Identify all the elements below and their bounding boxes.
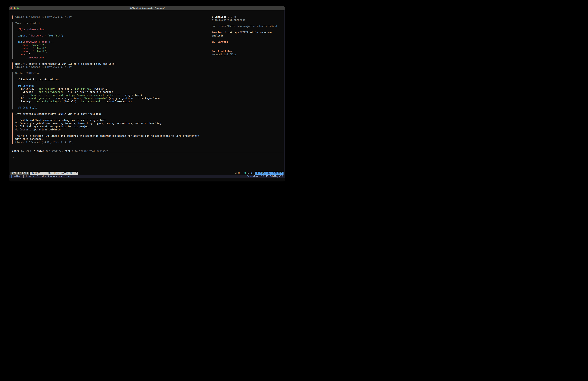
- text-line: Claude 3.7 Sonnet (14 May 2025 03:41 PM): [15, 66, 199, 69]
- text-line: [15, 116, 199, 119]
- text-line: [15, 81, 199, 84]
- info-diagnostic-count: 0: [244, 172, 246, 175]
- warn-diagnostic-icon: ⓦ: [235, 172, 237, 175]
- minimize-button[interactable]: [14, 7, 16, 9]
- hint-diagnostic-count: 0: [251, 172, 252, 175]
- text-line: ...process.env,: [15, 56, 199, 59]
- prompt-symbol: >: [12, 156, 14, 159]
- text-line: - Build/Dev: `bun run dev` (project), `b…: [15, 88, 199, 90]
- tokens-cost-chip: Tokens: 16.4K (8%), Cost: $0.12: [30, 172, 78, 175]
- status-bar: ctrl+? help Tokens: 16.4K (8%), Cost: $0…: [10, 172, 284, 175]
- app-name: OpenCode: [215, 16, 226, 18]
- close-button[interactable]: [10, 7, 12, 9]
- window-titlebar[interactable]: [2/3] radiant:3:opencode - "romulus": [9, 6, 285, 10]
- terminal-content: Claude 3.7 Sonnet (14 May 2025 03:41 PM)…: [9, 10, 285, 181]
- text-line: [15, 103, 199, 106]
- tool-block: View: script/db.ts #!/usr/bin/env bun im…: [12, 22, 199, 59]
- input-divider: [12, 153, 284, 153]
- repo-link: github.com/sst/opencode: [212, 19, 277, 22]
- help-shortcut-chip: ctrl+? help: [10, 172, 29, 175]
- session-text: : Creating CONTEXT.md for codebase: [222, 31, 272, 34]
- text-line: 2. Code style guidelines covering import…: [15, 122, 199, 125]
- text-line: Now I'll create a comprehensive CONTEXT.…: [15, 63, 199, 66]
- text-line: # Radiant Project Guidelines: [15, 78, 199, 81]
- tmux-session-info: "romulus" 15:41 14-May-25: [247, 175, 285, 178]
- window-title: [2/3] radiant:3:opencode - "romulus": [129, 7, 165, 9]
- text-line: [15, 75, 199, 78]
- text-line: stderr: "inherit",: [15, 50, 199, 53]
- lsp-servers-label: LSP Servers: [212, 41, 277, 44]
- message-block: Claude 3.7 Sonnet (14 May 2025 03:41 PM): [12, 16, 199, 19]
- model-chip: Claude 3.7 Sonnet: [255, 172, 284, 175]
- text-line: [15, 31, 199, 34]
- zoom-button[interactable]: [17, 7, 19, 9]
- text-line: Write: CONTEXT.md: [15, 72, 199, 75]
- session-text-wrap: analysis: [212, 34, 277, 37]
- cwd-line: cwd: /home/thdxr/dev/projects/radiant/ra…: [212, 25, 277, 28]
- info-diagnostic-icon: ⓘ: [241, 172, 243, 175]
- text-line: with this codebase.: [15, 137, 199, 141]
- text-line: ## Commands: [15, 85, 199, 88]
- sidebar: © OpenCode 0.0.45 github.com/sst/opencod…: [212, 16, 277, 56]
- text-line: Bun.spawnSync([`psql`], {: [15, 41, 199, 44]
- session-label: Session: [212, 31, 222, 34]
- traffic-lights: [10, 6, 19, 10]
- message-block: Now I'll create a comprehensive CONTEXT.…: [12, 63, 199, 69]
- text-line: Claude 3.7 Sonnet (14 May 2025 03:41 PM): [15, 16, 199, 19]
- text-line: #!/usr/bin/env bun: [15, 28, 199, 31]
- prompt-input[interactable]: >: [12, 156, 284, 159]
- text-line: - TypeCheck: `bun run typecheck` (all) o…: [15, 90, 199, 94]
- hint-diagnostic-icon: ⓗ: [247, 172, 249, 175]
- text-line: stdin: "inherit",: [15, 44, 199, 47]
- copyright-icon: ©: [212, 16, 213, 18]
- text-line: View: script/db.ts: [15, 22, 199, 25]
- text-line: The file is concise (20 lines) and captu…: [15, 134, 199, 137]
- modified-files-empty: No modified files: [212, 53, 277, 56]
- tmux-window-list[interactable]: [radiant] 1:nvim 2:zsh- 3:opencode* 4:zs…: [9, 175, 72, 178]
- text-line: - DB: `bun db generate` (create migratio…: [15, 97, 199, 100]
- text-line: - Test: `bun test` or `bun test packages…: [15, 94, 199, 97]
- tool-block: Write: CONTEXT.md # Radiant Project Guid…: [12, 72, 199, 110]
- text-line: [15, 131, 199, 134]
- modified-files-label: Modified Files:: [212, 50, 277, 53]
- text-line: ## Code Style: [15, 106, 199, 109]
- input-hints: enter to send, \+enter for newline, ctrl…: [12, 150, 108, 153]
- lsp-diagnostics: ⓦ0ⓘ0ⓗ0: [235, 172, 252, 175]
- session-line: Session: Creating CONTEXT.md for codebas…: [212, 31, 277, 34]
- terminal-window: [2/3] radiant:3:opencode - "romulus" Cla…: [9, 6, 285, 181]
- tmux-status-bar: [radiant] 1:nvim 2:zsh- 3:opencode* 4:zs…: [9, 175, 285, 178]
- text-line: 4. Database operations guidance: [15, 128, 199, 131]
- text-line: stdout: "inherit",: [15, 47, 199, 50]
- text-line: Claude 3.7 Sonnet (14 May 2025 03:41 PM): [15, 141, 199, 144]
- brand-line: © OpenCode 0.0.45: [212, 16, 277, 19]
- text-line: import { Resource } from "sst";: [15, 34, 199, 37]
- text-line: 3. CSS styling conventions specific to t…: [15, 125, 199, 128]
- right-gutter: [284, 10, 285, 175]
- text-line: - Package: `bun add <package>` (install)…: [15, 100, 199, 103]
- text-line: [15, 37, 199, 41]
- text-line: I've created a comprehensive CONTEXT.md …: [15, 112, 199, 116]
- text-line: env: {: [15, 53, 199, 56]
- warn-diagnostic-count: 0: [238, 172, 240, 175]
- conversation: Claude 3.7 Sonnet (14 May 2025 03:41 PM)…: [12, 16, 199, 147]
- message-block: I've created a comprehensive CONTEXT.md …: [12, 112, 199, 144]
- app-version: 0.0.45: [228, 16, 236, 18]
- text-line: 1. Build/lint/test commands including ho…: [15, 119, 199, 122]
- text-line: [15, 25, 199, 28]
